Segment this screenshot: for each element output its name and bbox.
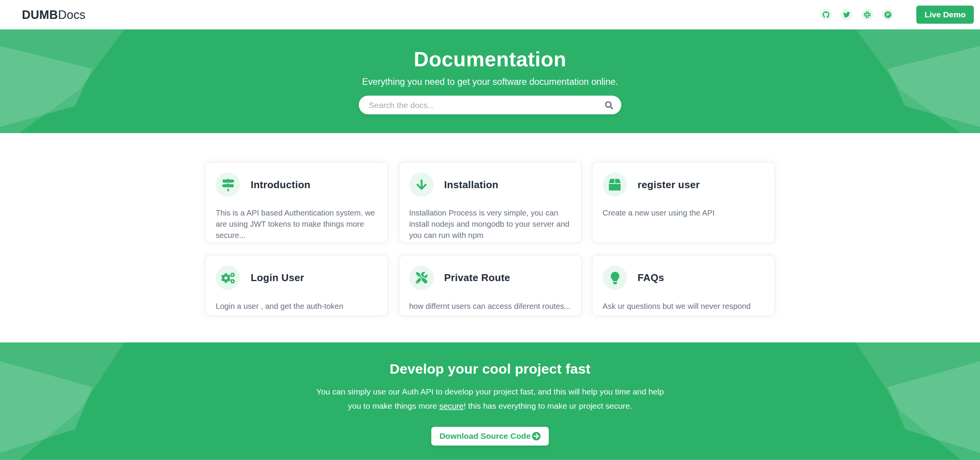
icon-circle [409,172,433,197]
cta-title: Develop your cool project fast [0,361,980,377]
card-private-route[interactable]: Private Route how differnt users can acc… [398,255,582,316]
hero-subtitle: Everything you need to get your software… [0,77,980,87]
slack-link[interactable] [862,9,874,21]
cta-content: Develop your cool project fast You can s… [0,342,980,445]
card-register-user[interactable]: register user Create a new user using th… [592,162,775,243]
card-installation[interactable]: Installation Installation Process is ver… [398,162,582,243]
secure-link[interactable]: secure [439,401,464,410]
cta-text-after: ! this has everything to make ur project… [464,401,632,410]
icon-circle [216,266,240,290]
product-hunt-link[interactable] [882,9,894,21]
lightbulb-icon [611,271,619,284]
hero-section: Documentation Everything you need to get… [0,29,980,133]
card-title: Private Route [444,272,510,283]
box-icon [609,179,621,191]
github-link[interactable] [820,9,832,21]
card-title: Introduction [251,179,310,190]
hero-content: Documentation Everything you need to get… [0,29,980,114]
card-head: Login User [216,266,378,290]
cards-grid: Introduction This is a API based Authent… [205,133,775,316]
card-description: Ask ur questions but we will never respo… [602,301,764,312]
card-title: register user [638,179,700,190]
card-title: FAQs [638,272,664,283]
arrow-circle-right-icon [532,431,541,440]
brand-bold: DUMB [22,8,58,21]
card-login-user[interactable]: Login User Login a user , and get the au… [205,255,388,316]
slack-icon [864,11,871,18]
card-head: FAQs [602,266,764,290]
card-faqs[interactable]: FAQs Ask ur questions but we will never … [592,255,775,316]
live-demo-button[interactable]: Live Demo [916,6,974,24]
download-source-label: Download Source Code [439,431,530,440]
download-source-button[interactable]: Download Source Code [431,426,549,445]
card-head: Installation [409,172,571,197]
icon-circle [216,172,240,197]
brand-logo[interactable]: DUMBDocs [22,8,86,22]
card-description: Installation Process is very simple, you… [409,207,571,241]
header-actions: Live Demo [811,6,974,24]
signpost-icon [222,179,234,191]
gears-icon [221,272,235,283]
product-hunt-icon [885,11,892,18]
search-icon[interactable] [605,101,613,109]
card-description: This is a API based Authentication syste… [216,207,378,241]
card-head: Private Route [409,266,571,290]
cta-section: Develop your cool project fast You can s… [0,342,980,460]
github-icon [823,11,830,18]
icon-circle [602,266,627,290]
page-title: Documentation [0,47,980,71]
twitter-link[interactable] [841,9,853,21]
docs-section: Introduction This is a API based Authent… [0,133,980,342]
header: DUMBDocs Live Demo [0,0,980,29]
twitter-icon [843,11,850,18]
icon-circle [602,172,627,197]
card-head: Introduction [216,172,378,197]
card-title: Login User [251,272,304,283]
tools-icon [415,272,427,284]
search-bar[interactable] [359,96,621,115]
card-head: register user [602,172,764,197]
card-title: Installation [444,179,498,190]
page: DUMBDocs Live Demo Documentation Everyth… [0,0,980,460]
card-introduction[interactable]: Introduction This is a API based Authent… [205,162,388,243]
card-description: how differnt users can access diferent r… [409,301,571,312]
card-description: Create a new user using the API [602,207,764,219]
brand-light: Docs [58,8,85,21]
cta-paragraph: You can simply use our Auth API to devel… [315,385,664,413]
card-description: Login a user , and get the auth-token [216,301,378,312]
download-arrow-icon [416,179,427,191]
search-input[interactable] [369,100,605,110]
icon-circle [409,266,433,290]
